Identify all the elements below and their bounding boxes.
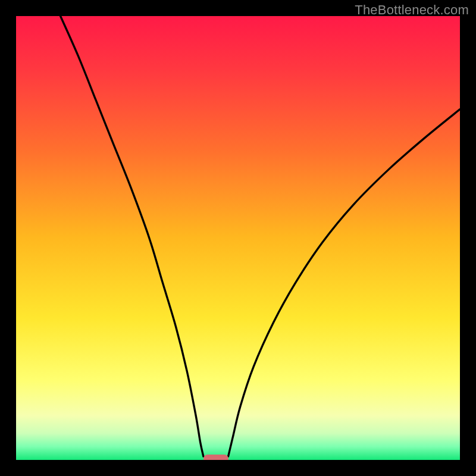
chart-frame: TheBottleneck.com — [0, 0, 476, 476]
bottleneck-marker — [203, 455, 228, 460]
curve-layer — [16, 16, 460, 460]
watermark-text: TheBottleneck.com — [355, 2, 469, 18]
left-curve — [61, 16, 203, 456]
plot-area — [16, 16, 460, 460]
right-curve — [228, 109, 460, 456]
